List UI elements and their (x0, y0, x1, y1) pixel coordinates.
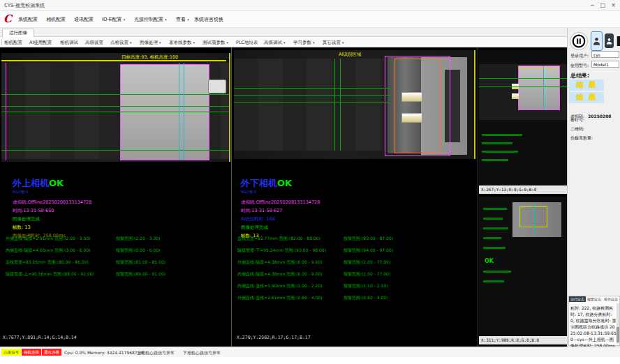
middle-panel-edge-line (474, 50, 475, 159)
menu-system-config[interactable]: 系统配置 (18, 16, 38, 23)
bottom-preview-cyan-line (533, 204, 534, 236)
measurement-alarm: 报警范围:(89.00 - 91.00) (116, 271, 165, 278)
left-done: 图像处理完成 (13, 216, 91, 222)
tool-check-config[interactable]: 点检设置 ▾ (110, 40, 132, 46)
top-preview-text-line (482, 151, 518, 153)
middle-tab-1 (401, 92, 422, 102)
left-frame-count: 帧数: 13 (13, 225, 91, 231)
left-edge-line-1 (179, 63, 179, 160)
left-result-title: 外上相机OK (13, 177, 91, 190)
left-camera-view[interactable]: 目标高度:93, 相机高度:100 (1, 53, 230, 162)
measurement-alarm: 报警范围:(1.10 - 2.10) (344, 283, 388, 289)
tool-test-params[interactable]: 测试项参数 ▾ (202, 40, 228, 46)
measurement-row: 内侧直线-隔膜=4.60mm 范围:(3.00 - 6.00) 报警范围:(0.… (6, 248, 230, 259)
qr-label: 二维码: (570, 126, 584, 132)
titlebar: CYS-视觉检测系统 ─ □ × (0, 0, 620, 11)
measurement-alarm: 报警范围:(94.00 - 97.00) (344, 248, 393, 254)
left-connector (208, 79, 226, 93)
pause-button[interactable] (570, 32, 588, 50)
left-edge-line-2 (184, 63, 184, 160)
tool-advanced-debug[interactable]: 高级调试 ▾ (264, 40, 286, 46)
bottom-preview-text-line (483, 271, 511, 273)
top-preview-text-line (482, 142, 512, 144)
left-pixel-readout: X:7677;Y:891;R:14;G:14;B:14 (3, 335, 77, 340)
maximize-icon[interactable]: □ (598, 1, 608, 10)
tab-strip: 运行图像 (0, 28, 567, 37)
top-preview-text-line (482, 134, 522, 136)
user-active-button[interactable] (591, 31, 603, 51)
middle-camera-view[interactable]: AI识别区域 (234, 50, 475, 159)
model-field[interactable] (591, 61, 619, 68)
exit-door-icon (616, 35, 620, 47)
measurement-text: 外侧直线-隔膜=2.91mm 范围:(2.00 - 3.50) (6, 236, 91, 242)
middle-result-title: 外下相机OK (241, 177, 320, 190)
menu-light-config[interactable]: 光源控制配置 ▾ (134, 16, 167, 23)
measurement-text: 外侧直线-隔膜=4.38mm 范围:(0.00 - 9.00) (237, 259, 323, 266)
middle-result-sub: NG计数:0 (241, 190, 320, 194)
result-badge-1: 结 果 (569, 79, 604, 91)
tool-ai-use-config[interactable]: AI使用配置 (29, 40, 52, 46)
measurement-alarm: 报警范围:(83.00 - 87.00) (344, 236, 393, 242)
measurement-row: 外侧直线-隔膜=4.38mm 范围:(0.00 - 9.00) 报警范围:(2.… (237, 259, 472, 271)
menu-comm-config[interactable]: 通讯配置 (74, 16, 94, 23)
tool-baseline-params[interactable]: 基准线参数 ▾ (169, 40, 195, 46)
left-measure-line-1 (1, 94, 230, 95)
measurement-row: 隔膜宽度-下=95.24mm 范围:(93.00 - 98.00) 报警范围:(… (237, 248, 472, 259)
exit-button[interactable] (615, 32, 620, 50)
menu-io-config[interactable]: IO卡配置 ▾ (102, 16, 125, 23)
top-preview-yellow-line (518, 67, 557, 68)
app-window: CYS-视觉检测系统 ─ □ × C 系统配置 相机配置 通讯配置 IO卡配置 … (0, 0, 620, 364)
bottom-preview-text-line (483, 247, 505, 249)
measurement-row: 内侧直线-直线=1.90mm 范围:(1.00 - 2.20) 报警范围:(1.… (237, 283, 472, 295)
tab-run-image[interactable]: 运行图像 (2, 29, 34, 37)
total-result-label: 总结果: (570, 72, 589, 79)
measurement-text: 内侧直线-隔膜=4.38mm 范围:(0.00 - 9.00) (237, 271, 323, 278)
measurement-row: 外侧直线-直线=2.61mm 范围:(0.60 - 4.00) 报警范围:(0.… (237, 295, 472, 307)
log-tab-action[interactable]: 操作日志 (603, 296, 619, 302)
menu-camera-config[interactable]: 相机配置 (46, 16, 66, 23)
user-icon (606, 37, 612, 45)
bottom-preview-view[interactable]: OK (479, 197, 567, 335)
measurement-alarm: 报警范围:(0.00 - 6.00) (116, 248, 160, 254)
bottom-preview-pixel-readout: X:311;Y:980;R:0;G:0;B:0 (479, 336, 567, 344)
tool-plc-table[interactable]: PLC地址表 (236, 40, 258, 46)
left-overlay-text: 目标高度:93, 相机高度:100 (121, 54, 178, 61)
panel-divider (231, 47, 232, 347)
measurement-alarm: 报警范围:(0.60 - 4.00) (344, 295, 388, 301)
toolbar: 相机配置 AI使用配置 相机调试 高级设置 点检设置 ▾ 图像处理 ▾ 基准线参… (0, 37, 567, 47)
measurement-alarm: 报警范围:(2.00 - 77.00) (344, 271, 390, 278)
top-preview-line-2 (479, 86, 567, 87)
log-tabs: 运行日志 报警日志 操作日志 (569, 296, 619, 302)
tool-learn-params[interactable]: 学习参数 ▾ (293, 40, 315, 46)
login-user-field[interactable] (591, 51, 619, 58)
tool-camera-debug[interactable]: 相机调试 (60, 40, 78, 46)
menu-view[interactable]: 查看 ▾ (176, 16, 189, 23)
left-result-block: 外上相机OK NG计数:0 虚拟码:Offline202502081331347… (13, 177, 91, 239)
top-preview-text-line (482, 159, 508, 161)
measurement-text: 内侧直线-直线=1.90mm 范围:(1.00 - 2.20) (237, 283, 323, 289)
menu-language-switch[interactable]: 系统语言切换 (194, 16, 223, 23)
tool-camera-config[interactable]: 相机配置 (4, 40, 22, 46)
bottom-preview-text-line (483, 280, 504, 282)
log-scrollbar[interactable] (617, 303, 619, 344)
middle-measure-line-3 (234, 102, 391, 103)
log-tab-alarm[interactable]: 报警日志 (586, 296, 603, 302)
tool-advanced-config[interactable]: 高级设置 (85, 40, 103, 46)
log-scrollbar-thumb[interactable] (617, 327, 619, 342)
top-preview-view[interactable] (479, 50, 567, 185)
middle-machine-background (234, 59, 391, 151)
tool-other-config[interactable]: 其它设置 ▾ (323, 40, 344, 46)
statusbar: 心跳信号 相机连接 通讯连接 Cpu: 0.0% Memory: 3424.41… (0, 347, 620, 357)
left-panel-edge-line (229, 53, 230, 162)
needle-label: 卷针号: (570, 117, 584, 123)
user-button[interactable] (605, 33, 614, 48)
bottom-preview-text-line (483, 208, 507, 210)
close-icon[interactable]: × (608, 1, 619, 10)
minimize-icon[interactable]: ─ (587, 1, 598, 10)
main-content: 目标高度:93, 相机高度:100 外上相机OK NG计数:0 虚拟码:Offl… (0, 47, 567, 347)
log-tab-run[interactable]: 运行日志 (569, 296, 586, 302)
left-measurements: 外侧直线-隔膜=2.91mm 范围:(2.00 - 3.50) 报警范围:(2.… (6, 236, 230, 283)
log-area: 运行日志 报警日志 操作日志 耗时: 222, 纹路检测耗时: 17, 纹路分类… (568, 296, 620, 346)
top-preview-line-1 (479, 78, 567, 79)
tool-image-process[interactable]: 图像处理 ▾ (140, 40, 161, 46)
